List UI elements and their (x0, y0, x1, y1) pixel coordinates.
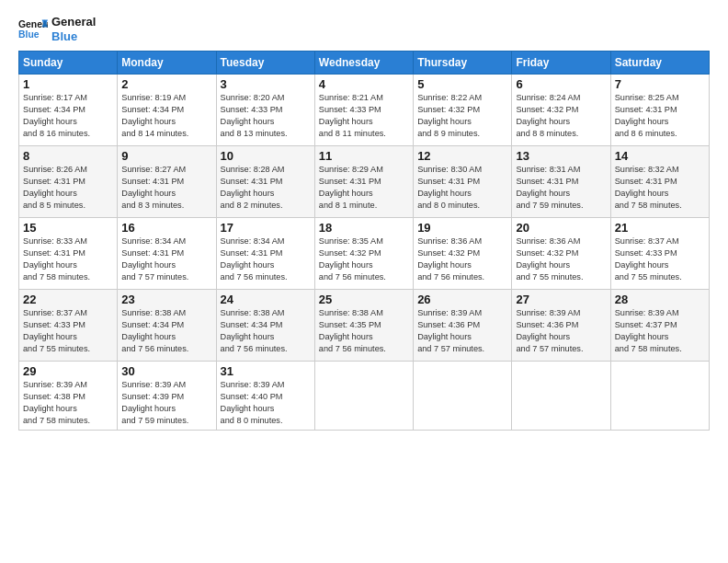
day-cell: 12 Sunrise: 8:30 AM Sunset: 4:31 PM Dayl… (414, 146, 512, 218)
day-cell: 6 Sunrise: 8:24 AM Sunset: 4:32 PM Dayli… (512, 75, 610, 146)
day-info: Sunrise: 8:39 AM Sunset: 4:36 PM Dayligh… (516, 307, 606, 355)
logo-line1: General (51, 15, 96, 29)
week-row-2: 8 Sunrise: 8:26 AM Sunset: 4:31 PM Dayli… (19, 146, 710, 218)
header: General Blue General Blue (18, 15, 710, 43)
day-number: 19 (417, 221, 507, 235)
day-number: 11 (319, 149, 409, 163)
day-info: Sunrise: 8:39 AM Sunset: 4:38 PM Dayligh… (23, 379, 113, 427)
day-info: Sunrise: 8:36 AM Sunset: 4:32 PM Dayligh… (417, 236, 507, 283)
day-info: Sunrise: 8:36 AM Sunset: 4:32 PM Dayligh… (516, 236, 606, 283)
day-number: 29 (23, 364, 113, 378)
day-info: Sunrise: 8:34 AM Sunset: 4:31 PM Dayligh… (121, 236, 211, 283)
day-number: 27 (516, 293, 606, 306)
day-info: Sunrise: 8:38 AM Sunset: 4:35 PM Dayligh… (319, 307, 409, 355)
day-number: 22 (23, 293, 113, 306)
day-info: Sunrise: 8:38 AM Sunset: 4:34 PM Dayligh… (121, 307, 211, 355)
day-info: Sunrise: 8:33 AM Sunset: 4:31 PM Dayligh… (23, 236, 113, 283)
day-info: Sunrise: 8:39 AM Sunset: 4:37 PM Dayligh… (615, 307, 705, 355)
col-header-wednesday: Wednesday (314, 52, 413, 75)
calendar-table: SundayMondayTuesdayWednesdayThursdayFrid… (18, 51, 710, 431)
col-header-saturday: Saturday (610, 52, 709, 75)
day-cell: 16 Sunrise: 8:34 AM Sunset: 4:31 PM Dayl… (118, 218, 216, 290)
day-info: Sunrise: 8:37 AM Sunset: 4:33 PM Dayligh… (23, 307, 113, 355)
day-number: 10 (221, 149, 311, 163)
day-number: 25 (319, 293, 409, 306)
svg-text:Blue: Blue (18, 29, 40, 39)
day-number: 17 (221, 221, 311, 235)
day-number: 23 (121, 293, 211, 306)
day-number: 14 (615, 149, 705, 163)
day-cell: 24 Sunrise: 8:38 AM Sunset: 4:34 PM Dayl… (216, 290, 314, 362)
day-info: Sunrise: 8:39 AM Sunset: 4:40 PM Dayligh… (221, 379, 311, 427)
col-header-tuesday: Tuesday (216, 52, 314, 75)
logo-line2: Blue (51, 29, 96, 44)
day-info: Sunrise: 8:25 AM Sunset: 4:31 PM Dayligh… (615, 92, 705, 140)
day-number: 30 (121, 364, 211, 378)
day-info: Sunrise: 8:22 AM Sunset: 4:32 PM Dayligh… (417, 92, 507, 140)
day-cell: 15 Sunrise: 8:33 AM Sunset: 4:31 PM Dayl… (19, 218, 118, 290)
day-cell: 10 Sunrise: 8:28 AM Sunset: 4:31 PM Dayl… (216, 146, 314, 218)
day-number: 9 (121, 149, 211, 163)
col-header-friday: Friday (512, 52, 610, 75)
day-cell: 31 Sunrise: 8:39 AM Sunset: 4:40 PM Dayl… (216, 362, 314, 431)
day-cell: 5 Sunrise: 8:22 AM Sunset: 4:32 PM Dayli… (414, 75, 512, 146)
logo-icon: General Blue (18, 17, 48, 42)
day-info: Sunrise: 8:29 AM Sunset: 4:31 PM Dayligh… (319, 164, 409, 212)
day-info: Sunrise: 8:38 AM Sunset: 4:34 PM Dayligh… (221, 307, 311, 355)
day-cell: 2 Sunrise: 8:19 AM Sunset: 4:34 PM Dayli… (118, 75, 216, 146)
day-number: 21 (615, 221, 705, 235)
day-info: Sunrise: 8:34 AM Sunset: 4:31 PM Dayligh… (221, 236, 311, 283)
day-cell: 3 Sunrise: 8:20 AM Sunset: 4:33 PM Dayli… (216, 75, 314, 146)
header-row: SundayMondayTuesdayWednesdayThursdayFrid… (19, 52, 710, 75)
logo: General Blue General Blue (18, 15, 96, 43)
day-number: 16 (121, 221, 211, 235)
day-cell: 23 Sunrise: 8:38 AM Sunset: 4:34 PM Dayl… (118, 290, 216, 362)
day-cell: 29 Sunrise: 8:39 AM Sunset: 4:38 PM Dayl… (19, 362, 118, 431)
day-number: 15 (23, 221, 113, 235)
day-number: 24 (221, 293, 311, 306)
day-number: 3 (221, 77, 311, 91)
day-info: Sunrise: 8:37 AM Sunset: 4:33 PM Dayligh… (615, 236, 705, 283)
day-cell: 20 Sunrise: 8:36 AM Sunset: 4:32 PM Dayl… (512, 218, 610, 290)
day-number: 8 (23, 149, 113, 163)
day-number: 2 (121, 77, 211, 91)
day-info: Sunrise: 8:32 AM Sunset: 4:31 PM Dayligh… (615, 164, 705, 212)
day-cell: 19 Sunrise: 8:36 AM Sunset: 4:32 PM Dayl… (414, 218, 512, 290)
day-number: 12 (417, 149, 507, 163)
day-number: 13 (516, 149, 606, 163)
day-cell: 21 Sunrise: 8:37 AM Sunset: 4:33 PM Dayl… (610, 218, 709, 290)
day-cell: 17 Sunrise: 8:34 AM Sunset: 4:31 PM Dayl… (216, 218, 314, 290)
day-cell: 26 Sunrise: 8:39 AM Sunset: 4:36 PM Dayl… (414, 290, 512, 362)
day-info: Sunrise: 8:17 AM Sunset: 4:34 PM Dayligh… (23, 92, 113, 140)
day-number: 28 (615, 293, 705, 306)
week-row-4: 22 Sunrise: 8:37 AM Sunset: 4:33 PM Dayl… (19, 290, 710, 362)
day-info: Sunrise: 8:31 AM Sunset: 4:31 PM Dayligh… (516, 164, 606, 212)
day-number: 1 (23, 77, 113, 91)
col-header-monday: Monday (118, 52, 216, 75)
day-info: Sunrise: 8:24 AM Sunset: 4:32 PM Dayligh… (516, 92, 606, 140)
day-cell: 30 Sunrise: 8:39 AM Sunset: 4:39 PM Dayl… (118, 362, 216, 431)
day-info: Sunrise: 8:20 AM Sunset: 4:33 PM Dayligh… (221, 92, 311, 140)
day-number: 4 (319, 77, 409, 91)
day-info: Sunrise: 8:30 AM Sunset: 4:31 PM Dayligh… (417, 164, 507, 212)
day-cell: 27 Sunrise: 8:39 AM Sunset: 4:36 PM Dayl… (512, 290, 610, 362)
day-cell: 13 Sunrise: 8:31 AM Sunset: 4:31 PM Dayl… (512, 146, 610, 218)
day-info: Sunrise: 8:39 AM Sunset: 4:39 PM Dayligh… (121, 379, 211, 427)
col-header-thursday: Thursday (414, 52, 512, 75)
day-number: 5 (417, 77, 507, 91)
day-cell: 7 Sunrise: 8:25 AM Sunset: 4:31 PM Dayli… (610, 75, 709, 146)
day-number: 31 (221, 364, 311, 378)
day-number: 26 (417, 293, 507, 306)
day-cell: 25 Sunrise: 8:38 AM Sunset: 4:35 PM Dayl… (314, 290, 413, 362)
day-cell: 8 Sunrise: 8:26 AM Sunset: 4:31 PM Dayli… (19, 146, 118, 218)
day-number: 18 (319, 221, 409, 235)
day-info: Sunrise: 8:28 AM Sunset: 4:31 PM Dayligh… (221, 164, 311, 212)
day-info: Sunrise: 8:26 AM Sunset: 4:31 PM Dayligh… (23, 164, 113, 212)
day-number: 20 (516, 221, 606, 235)
day-cell: 22 Sunrise: 8:37 AM Sunset: 4:33 PM Dayl… (19, 290, 118, 362)
day-cell (414, 362, 512, 431)
day-cell (512, 362, 610, 431)
day-info: Sunrise: 8:19 AM Sunset: 4:34 PM Dayligh… (121, 92, 211, 140)
day-cell: 1 Sunrise: 8:17 AM Sunset: 4:34 PM Dayli… (19, 75, 118, 146)
day-info: Sunrise: 8:39 AM Sunset: 4:36 PM Dayligh… (417, 307, 507, 355)
